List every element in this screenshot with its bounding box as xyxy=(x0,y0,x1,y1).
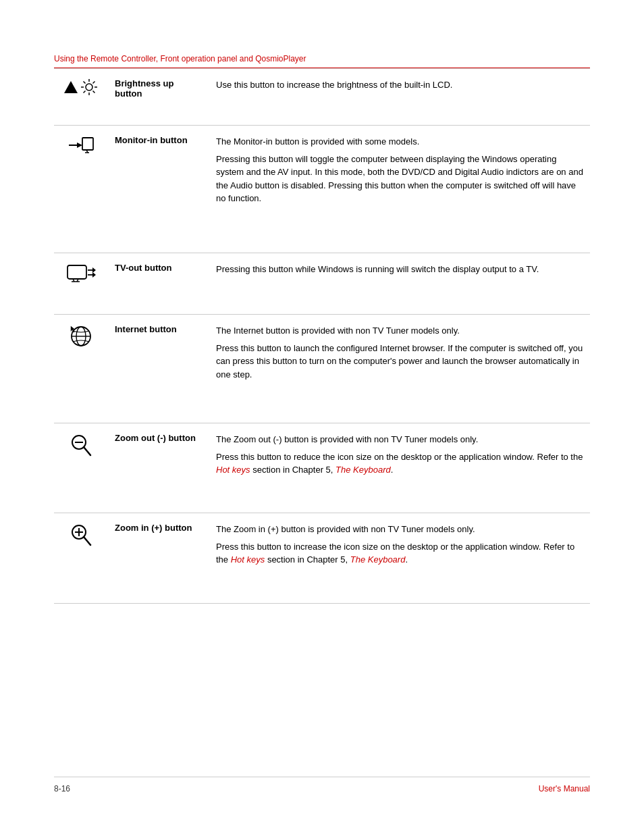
breadcrumb: Using the Remote Controller, Front opera… xyxy=(54,54,590,63)
icon-cell xyxy=(54,315,108,423)
table-row: Zoom out (-) button The Zoom out (-) but… xyxy=(54,423,590,513)
svg-line-8 xyxy=(84,91,86,93)
svg-line-6 xyxy=(93,91,95,93)
internet-icon xyxy=(69,324,93,348)
monitor-in-desc: The Monitor-in button is provided with s… xyxy=(209,126,590,253)
tv-out-label: TV-out button xyxy=(108,253,209,314)
svg-marker-10 xyxy=(77,142,82,148)
brightness-up-desc: Use this button to increase the brightne… xyxy=(209,69,590,126)
brightness-up-icon xyxy=(61,78,101,96)
table-row: Brightness up button Use this button to … xyxy=(54,69,590,126)
hot-keys-link-zoom-in[interactable]: Hot keys xyxy=(231,554,265,565)
page-footer: 8-16 User's Manual xyxy=(54,777,590,793)
svg-line-7 xyxy=(93,82,95,84)
zoom-in-desc: The Zoom in (+) button is provided with … xyxy=(209,513,590,603)
icon-cell xyxy=(54,423,108,513)
keyboard-link-zoom-in[interactable]: The Keyboard xyxy=(350,554,406,565)
svg-point-0 xyxy=(86,84,92,90)
page-number: 8-16 xyxy=(54,784,70,793)
icon-cell xyxy=(54,513,108,603)
zoom-out-label: Zoom out (-) button xyxy=(108,423,209,513)
triangle-icon xyxy=(64,81,78,93)
zoom-in-icon xyxy=(70,523,92,547)
svg-marker-19 xyxy=(92,267,96,273)
zoom-out-icon xyxy=(70,433,92,457)
table-row: Internet button The Internet button is p… xyxy=(54,315,590,423)
svg-line-28 xyxy=(84,447,90,455)
svg-line-32 xyxy=(84,537,90,545)
zoom-out-desc: The Zoom out (-) button is provided with… xyxy=(209,423,590,513)
keyboard-link-zoom-out[interactable]: The Keyboard xyxy=(336,465,391,475)
zoom-in-label: Zoom in (+) button xyxy=(108,513,209,603)
brightness-up-label: Brightness up button xyxy=(108,69,209,126)
tv-out-icon xyxy=(66,263,96,284)
internet-desc: The Internet button is provided with non… xyxy=(209,315,590,423)
svg-rect-11 xyxy=(82,138,93,150)
monitor-in-icon xyxy=(68,135,95,155)
svg-rect-14 xyxy=(68,265,86,279)
internet-label: Internet button xyxy=(108,315,209,423)
table-row: Zoom in (+) button The Zoom in (+) butto… xyxy=(54,513,590,603)
icon-cell xyxy=(54,126,108,253)
svg-line-5 xyxy=(84,82,86,84)
tv-out-desc: Pressing this button while Windows is ru… xyxy=(209,253,590,314)
monitor-in-label: Monitor-in button xyxy=(108,126,209,253)
content-table: Brightness up button Use this button to … xyxy=(54,68,590,604)
svg-marker-21 xyxy=(92,272,96,278)
sun-icon xyxy=(80,78,98,96)
table-row: Monitor-in button The Monitor-in button … xyxy=(54,126,590,253)
page-wrapper: Using the Remote Controller, Front opera… xyxy=(0,0,644,834)
hot-keys-link-zoom-out[interactable]: Hot keys xyxy=(216,465,250,475)
table-row: TV-out button Pressing this button while… xyxy=(54,253,590,314)
icon-cell xyxy=(54,69,108,126)
icon-cell xyxy=(54,253,108,314)
manual-label: User's Manual xyxy=(539,784,590,793)
